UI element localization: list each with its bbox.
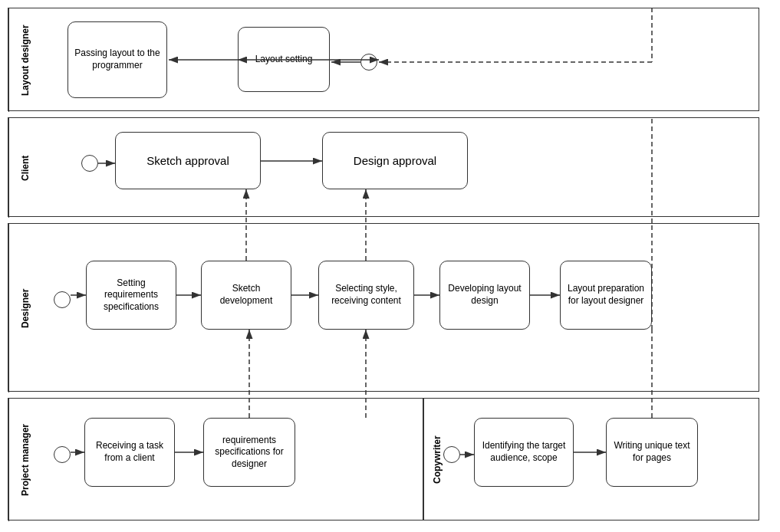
box-receiving-task: Receiving a task from a client: [84, 418, 175, 487]
box-selecting-style: Selecting style, receiving content: [318, 261, 414, 330]
box-layout-preparation: Layout preparation for layout designer: [560, 261, 652, 330]
box-requirements-spec: requirements specifications for designer: [203, 418, 295, 487]
merge-circle-layout: [360, 54, 377, 71]
lane-label-project-manager: Project manager: [8, 399, 41, 521]
box-layout-setting: Layout setting: [238, 27, 330, 92]
lane-label-client: Client: [8, 118, 41, 218]
box-design-approval: Design approval: [322, 132, 468, 189]
pm-start-circle: [54, 446, 71, 463]
box-developing-layout: Developing layout design: [439, 261, 530, 330]
client-start-circle: [81, 155, 98, 172]
box-passing-layout: Passing layout to the programmer: [67, 21, 167, 98]
designer-start-circle: [54, 291, 71, 308]
box-sketch-approval: Sketch approval: [115, 132, 261, 189]
box-identifying-audience: Identifying the target audience, scope: [474, 418, 574, 487]
box-writing-text: Writing unique text for pages: [606, 418, 698, 487]
lane-label-designer: Designer: [8, 224, 41, 392]
diagram-container: Layout designer Client Designer Project …: [0, 0, 780, 532]
box-setting-requirements: Setting requirements specifications: [86, 261, 176, 330]
lane-label-layout-designer: Layout designer: [8, 8, 41, 112]
copy-start-circle: [443, 446, 460, 463]
box-sketch-development: Sketch development: [201, 261, 291, 330]
